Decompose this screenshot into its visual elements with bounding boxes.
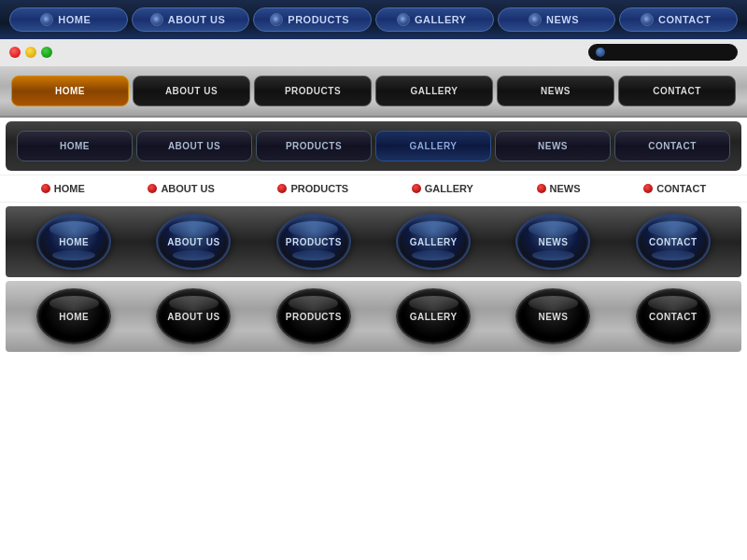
nav6-contact-label: CONTACT: [649, 312, 698, 322]
nav4-products-bullet: [277, 184, 287, 193]
nav5-products-btn[interactable]: PRODUCTS: [257, 214, 371, 270]
nav1-gallery-btn[interactable]: GALLERY: [375, 7, 494, 32]
navbar-5: HOME ABOUT US PRODUCTS GALLERY NEWS CONT…: [6, 206, 741, 277]
nav1-gallery-label: GALLERY: [415, 14, 467, 25]
nav5-contact-circle: CONTACT: [636, 214, 711, 270]
nav6-news-circle: NEWS: [515, 288, 590, 344]
nav6-gallery-label: GALLERY: [410, 312, 458, 322]
nav1-contact-label: CONTACT: [658, 14, 711, 25]
nav1-home-btn[interactable]: HOME: [9, 7, 128, 32]
nav5-home-circle: HOME: [36, 214, 111, 270]
nav1-products-icon: [270, 13, 283, 26]
nav5-news-label: NEWS: [538, 237, 568, 247]
nav4-home-bullet: [41, 184, 50, 193]
nav4-gallery-label: GALLERY: [425, 183, 473, 194]
nav6-home-btn[interactable]: HOME: [17, 288, 131, 344]
nav5-products-label: PRODUCTS: [286, 237, 342, 247]
nav3-contact-btn[interactable]: CONTACT: [614, 131, 730, 161]
nav1-news-btn[interactable]: NEWS: [498, 7, 616, 32]
nav6-gallery-btn[interactable]: GALLERY: [376, 288, 490, 344]
nav6-products-circle: PRODUCTS: [276, 288, 351, 344]
nav4-news-label: NEWS: [550, 183, 581, 194]
nav6-home-circle: HOME: [36, 288, 111, 344]
traffic-light-green[interactable]: [41, 47, 52, 58]
nav2-contact-btn[interactable]: CONTACT: [618, 76, 736, 106]
nav1-products-btn[interactable]: PRODUCTS: [253, 7, 372, 32]
nav1-home-label: HOME: [58, 14, 91, 25]
nav2-gallery-btn[interactable]: GALLERY: [375, 76, 493, 106]
nav5-gallery-circle: GALLERY: [396, 214, 471, 270]
nav3-gallery-btn[interactable]: GALLERY: [375, 131, 491, 161]
nav3-about-btn[interactable]: ABOUT US: [136, 131, 252, 161]
nav3-products-btn[interactable]: PRODUCTS: [256, 131, 372, 161]
traffic-lights: [9, 47, 52, 58]
nav4-news-item[interactable]: NEWS: [537, 183, 581, 194]
nav2-home-btn[interactable]: HOME: [11, 76, 129, 106]
navbar-3: HOME ABOUT US PRODUCTS GALLERY NEWS CONT…: [6, 121, 741, 171]
nav5-gallery-btn[interactable]: GALLERY: [376, 214, 490, 270]
navbar-4: HOME ABOUT US PRODUCTS GALLERY NEWS CONT…: [0, 175, 747, 203]
nav5-home-label: HOME: [59, 237, 89, 247]
nav3-home-btn[interactable]: HOME: [17, 131, 133, 161]
nav5-about-label: ABOUT US: [167, 237, 219, 247]
nav4-contact-label: CONTACT: [656, 183, 706, 194]
traffic-light-red[interactable]: [9, 47, 21, 58]
nav6-home-label: HOME: [59, 312, 89, 322]
address-bar-icon: [596, 48, 605, 57]
navbar-1: HOME ABOUT US PRODUCTS GALLERY NEWS CONT…: [0, 0, 747, 39]
nav4-contact-bullet: [643, 184, 653, 193]
nav4-contact-item[interactable]: CONTACT: [643, 183, 706, 194]
nav2-about-btn[interactable]: ABOUT US: [133, 76, 250, 106]
nav3-news-btn[interactable]: NEWS: [495, 131, 611, 161]
browser-chrome: [0, 39, 747, 65]
nav5-home-btn[interactable]: HOME: [17, 214, 131, 270]
nav6-products-btn[interactable]: PRODUCTS: [257, 288, 371, 344]
nav4-about-label: ABOUT US: [161, 183, 214, 194]
address-bar[interactable]: [588, 44, 738, 61]
nav1-gallery-icon: [397, 13, 410, 26]
nav4-gallery-bullet: [412, 184, 421, 193]
nav6-products-label: PRODUCTS: [286, 312, 342, 322]
nav4-about-item[interactable]: ABOUT US: [148, 183, 214, 194]
nav5-about-circle: ABOUT US: [156, 214, 231, 270]
nav4-gallery-item[interactable]: GALLERY: [412, 183, 473, 194]
nav5-gallery-label: GALLERY: [410, 237, 458, 247]
nav2-news-btn[interactable]: NEWS: [497, 76, 614, 106]
nav6-about-circle: ABOUT US: [156, 288, 231, 344]
nav6-about-btn[interactable]: ABOUT US: [136, 288, 250, 344]
nav4-about-bullet: [148, 184, 157, 193]
nav1-about-label: ABOUT US: [168, 14, 225, 25]
nav2-products-btn[interactable]: PRODUCTS: [254, 76, 372, 106]
nav4-home-item[interactable]: HOME: [41, 183, 85, 194]
nav6-news-label: NEWS: [538, 312, 568, 322]
nav6-gallery-circle: GALLERY: [396, 288, 471, 344]
nav4-home-label: HOME: [54, 183, 85, 194]
traffic-light-yellow[interactable]: [25, 47, 36, 58]
nav1-contact-icon: [641, 13, 654, 26]
nav4-products-label: PRODUCTS: [290, 183, 348, 194]
nav6-about-label: ABOUT US: [167, 312, 219, 322]
nav6-contact-circle: CONTACT: [636, 288, 711, 344]
navbar-2: HOME ABOUT US PRODUCTS GALLERY NEWS CONT…: [0, 65, 747, 118]
nav1-home-icon: [40, 13, 53, 26]
nav1-news-label: NEWS: [546, 14, 579, 25]
nav5-about-btn[interactable]: ABOUT US: [136, 214, 250, 270]
nav6-news-btn[interactable]: NEWS: [496, 288, 610, 344]
nav1-news-icon: [529, 13, 542, 26]
nav1-about-btn[interactable]: ABOUT US: [132, 7, 250, 32]
nav4-news-bullet: [537, 184, 546, 193]
nav1-products-label: PRODUCTS: [288, 14, 349, 25]
navbar-6: HOME ABOUT US PRODUCTS GALLERY NEWS CONT…: [6, 281, 741, 352]
nav5-contact-label: CONTACT: [649, 237, 698, 247]
nav5-news-btn[interactable]: NEWS: [496, 214, 610, 270]
nav1-contact-btn[interactable]: CONTACT: [619, 7, 738, 32]
nav1-about-icon: [150, 13, 163, 26]
nav5-products-circle: PRODUCTS: [276, 214, 351, 270]
nav4-products-item[interactable]: PRODUCTS: [277, 183, 348, 194]
nav6-contact-btn[interactable]: CONTACT: [616, 288, 730, 344]
nav5-contact-btn[interactable]: CONTACT: [616, 214, 730, 270]
nav5-news-circle: NEWS: [515, 214, 590, 270]
